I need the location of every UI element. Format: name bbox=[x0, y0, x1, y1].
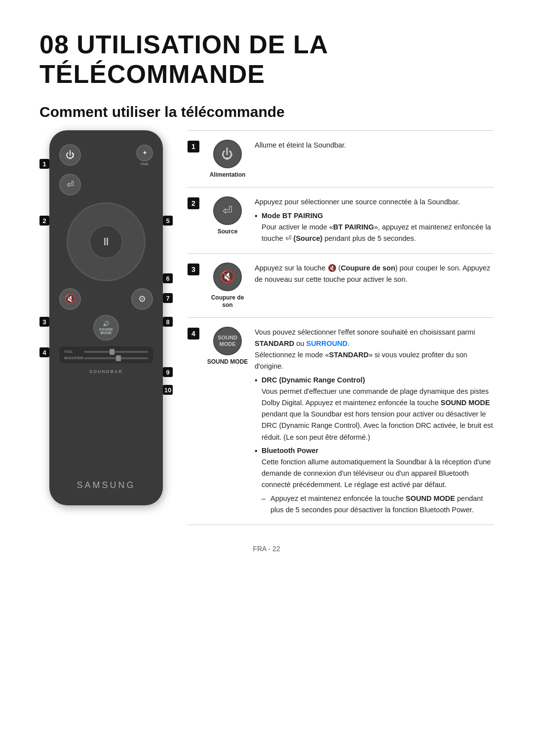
bluetooth-pair-button[interactable]: ✦ bbox=[136, 145, 153, 161]
settings-button[interactable]: ⚙ bbox=[131, 288, 153, 310]
bt-label: PAIR bbox=[141, 162, 149, 166]
instruction-row-4: 4 SOUND MODE SOUND MODE Vous pouvez séle… bbox=[188, 317, 494, 525]
dpad-outer[interactable]: ⏸ bbox=[67, 202, 146, 281]
remote-source-row: ⏎ bbox=[59, 174, 153, 195]
badge-4: 4 bbox=[39, 347, 49, 357]
bullet-dot-4a: • bbox=[255, 375, 259, 386]
instr-text-1: Allume et éteint la Soundbar. bbox=[255, 141, 346, 149]
sound-mode-button[interactable]: 🔊 SOUND MODE bbox=[93, 315, 119, 340]
instr-text-3: Appuyez sur la touche 🔇 (Coupure de son)… bbox=[255, 264, 490, 283]
sound-mode-icon: 🔊 bbox=[103, 321, 110, 327]
instr-num-4: 4 bbox=[188, 328, 199, 340]
chapter-title: 08 UTILISATION DE LA TÉLÉCOMMANDE bbox=[39, 30, 494, 89]
power-instr-icon: ⏻ bbox=[213, 140, 242, 168]
badge-2: 2 bbox=[39, 216, 49, 226]
instr-text-col-2: Appuyez pour sélectionner une source con… bbox=[250, 196, 494, 244]
instr-num-col-3: 3 bbox=[188, 263, 205, 275]
vol-label: VOL bbox=[64, 349, 81, 354]
badge-10: 10 bbox=[163, 385, 173, 395]
instr-icon-col-1: ⏻ Alimentation bbox=[205, 140, 250, 178]
sound-mode-instr-icon: SOUND MODE bbox=[213, 327, 242, 355]
source-instr-icon: ⏎ bbox=[213, 196, 242, 225]
mute-col: 🔇 bbox=[59, 288, 81, 310]
sound-mode-instr-label: SOUND MODE bbox=[207, 358, 248, 365]
sm-icon-top: SOUND bbox=[218, 335, 237, 340]
remote-control: ⏻ ✦ PAIR ⏎ ⏸ bbox=[49, 130, 163, 505]
instr-text-col-4: Vous pouvez sélectionner l'effet sonore … bbox=[250, 327, 494, 516]
instr-num-2: 2 bbox=[188, 197, 199, 209]
samsung-brand-label: SAMSUNG bbox=[76, 480, 135, 491]
sub-dash-4: – bbox=[262, 493, 266, 504]
instr-bullet-text-2: Mode BT PAIRINGPour activer le mode «BT … bbox=[262, 210, 494, 245]
source-button[interactable]: ⏎ bbox=[59, 174, 81, 195]
source-instr-label: Source bbox=[218, 228, 238, 235]
sound-mode-label-top: SOUND bbox=[99, 328, 113, 331]
badge-9: 9 bbox=[163, 367, 173, 377]
instr-bullet-4a: • DRC (Dynamic Range Control)Vous permet… bbox=[255, 375, 494, 443]
badge-6: 6 bbox=[163, 273, 173, 283]
woofer-handle bbox=[116, 355, 121, 361]
power-instr-label: Alimentation bbox=[210, 171, 246, 178]
instruction-row-2: 2 ⏎ Source Appuyez pour sélectionner une… bbox=[188, 187, 494, 253]
section-title: Comment utiliser la télécommande bbox=[39, 104, 494, 120]
dpad-area: ⏸ bbox=[67, 202, 146, 281]
settings-col: ⚙ bbox=[131, 288, 153, 310]
instr-text-col-1: Allume et éteint la Soundbar. bbox=[250, 140, 494, 151]
instr-text-4a: Vous pouvez sélectionner l'effet sonore … bbox=[255, 328, 475, 347]
footer: FRA - 22 bbox=[39, 545, 494, 553]
power-col: ⏻ bbox=[59, 144, 81, 166]
bullet-dot-2: • bbox=[255, 210, 259, 222]
badge-3: 3 bbox=[39, 317, 49, 327]
main-content: 1 2 3 4 5 6 7 8 9 10 ⏻ ✦ PAIR bbox=[39, 130, 494, 525]
instr-sub-bullet-4: – Appuyez et maintenez enfoncée la touch… bbox=[262, 493, 494, 516]
instr-text-2a: Appuyez pour sélectionner une source con… bbox=[255, 198, 460, 206]
vol-slider[interactable] bbox=[84, 351, 148, 353]
play-pause-button[interactable]: ⏸ bbox=[89, 225, 123, 259]
instr-text-col-3: Appuyez sur la touche 🔇 (Coupure de son)… bbox=[250, 263, 494, 285]
bt-col: ✦ PAIR bbox=[136, 145, 153, 166]
remote-mid-row: 🔇 ⚙ bbox=[59, 288, 153, 310]
instr-icon-col-4: SOUND MODE SOUND MODE bbox=[205, 327, 250, 365]
soundbar-label: SOUNDBAR bbox=[89, 369, 123, 374]
bullet-dot-4b: • bbox=[255, 445, 259, 457]
instruction-row-1: 1 ⏻ Alimentation Allume et éteint la Sou… bbox=[188, 130, 494, 187]
vol-handle bbox=[110, 349, 114, 355]
badge-8: 8 bbox=[163, 317, 173, 327]
sound-mode-label-bottom: MODE bbox=[101, 331, 112, 335]
instr-bullet-text-4a: DRC (Dynamic Range Control)Vous permet d… bbox=[262, 375, 494, 443]
instr-num-col-4: 4 bbox=[188, 327, 205, 340]
woofer-row: WOOFER bbox=[64, 356, 148, 360]
mute-instr-label: Coupure de son bbox=[205, 294, 250, 308]
instr-bullet-text-4b: Bluetooth PowerCette fonction allume aut… bbox=[262, 445, 494, 491]
instr-num-1: 1 bbox=[188, 141, 199, 152]
instructions-panel: 1 ⏻ Alimentation Allume et éteint la Sou… bbox=[188, 130, 494, 525]
instr-num-col-1: 1 bbox=[188, 140, 205, 152]
woofer-label: WOOFER bbox=[64, 356, 81, 360]
remote-wrapper: 1 2 3 4 5 6 7 8 9 10 ⏻ ✦ PAIR bbox=[39, 130, 173, 525]
badge-1: 1 bbox=[39, 159, 49, 169]
slider-area: VOL WOOFER bbox=[59, 346, 153, 363]
instr-bullet-4b: • Bluetooth PowerCette fonction allume a… bbox=[255, 445, 494, 491]
instr-num-3: 3 bbox=[188, 264, 199, 275]
power-button[interactable]: ⏻ bbox=[59, 144, 81, 166]
instr-icon-col-2: ⏎ Source bbox=[205, 196, 250, 235]
instr-num-col-2: 2 bbox=[188, 196, 205, 209]
source-col: ⏎ bbox=[59, 174, 81, 195]
instr-bullet-2: • Mode BT PAIRINGPour activer le mode «B… bbox=[255, 210, 494, 245]
woofer-slider[interactable] bbox=[84, 357, 148, 359]
vol-row: VOL bbox=[64, 349, 148, 354]
badge-5: 5 bbox=[163, 216, 173, 226]
remote-top-row: ⏻ ✦ PAIR bbox=[59, 144, 153, 166]
instr-sub-text-4: Appuyez et maintenez enfoncée la touche … bbox=[270, 493, 494, 516]
instr-text-4b: Sélectionnez le mode «STANDARD» si vous … bbox=[255, 351, 467, 370]
badge-7: 7 bbox=[163, 293, 173, 303]
mute-instr-icon: 🔇 bbox=[213, 263, 242, 291]
instruction-row-3: 3 🔇 Coupure de son Appuyez sur la touche… bbox=[188, 253, 494, 317]
instr-icon-col-3: 🔇 Coupure de son bbox=[205, 263, 250, 308]
sm-icon-bottom: MODE bbox=[220, 341, 236, 347]
mute-button[interactable]: 🔇 bbox=[59, 288, 81, 310]
